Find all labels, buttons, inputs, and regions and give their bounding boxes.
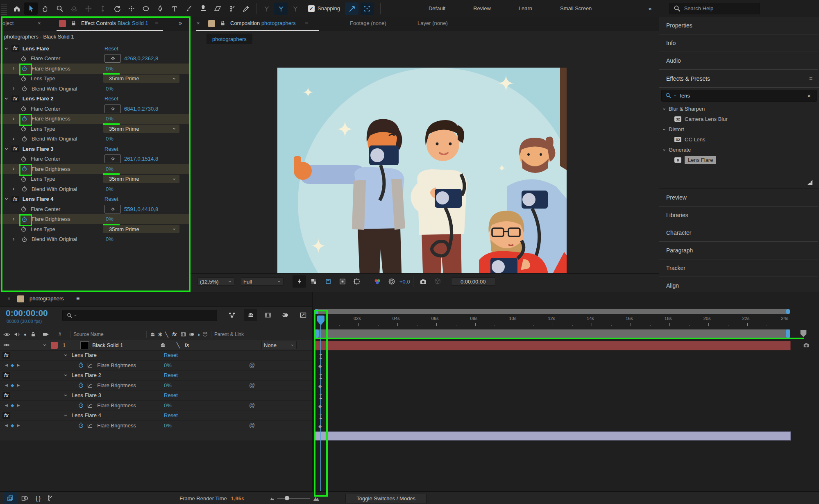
- collapse-chevron-icon[interactable]: [4, 96, 9, 101]
- flare-center-value[interactable]: 6841,0,2730,8: [124, 106, 158, 112]
- snapping-checkbox[interactable]: ✓: [308, 5, 315, 12]
- layer-bar-black-solid[interactable]: [315, 341, 791, 350]
- fx-icon[interactable]: fx: [11, 45, 19, 52]
- timeline-effect-row[interactable]: fxLens FlareReset: [0, 350, 312, 361]
- effects-category-distort[interactable]: Distort: [659, 124, 819, 134]
- effect-group-row[interactable]: fxLens Flare 3Reset: [0, 144, 190, 154]
- type-tool-icon[interactable]: [168, 2, 181, 15]
- lens-type-dropdown[interactable]: 35mm Prime: [103, 175, 179, 183]
- next-keyframe-icon[interactable]: ▶: [17, 403, 20, 407]
- blend-value[interactable]: 0%: [106, 136, 113, 142]
- help-search[interactable]: Search Help: [669, 3, 760, 14]
- stopwatch-icon[interactable]: [20, 75, 27, 82]
- snapping-toggle[interactable]: ✓ Snapping: [308, 5, 340, 12]
- keyframe-diamond-icon[interactable]: ◆: [318, 424, 322, 429]
- next-keyframe-icon[interactable]: ▶: [17, 383, 20, 387]
- layer-tab[interactable]: Layer (none): [417, 20, 448, 26]
- quality-switch-icon[interactable]: ╲: [177, 342, 180, 348]
- flare-center-value[interactable]: 2617,0,1514,8: [124, 156, 158, 162]
- clear-search-icon[interactable]: ×: [807, 92, 811, 99]
- workspace-review[interactable]: Review: [465, 5, 499, 11]
- parent-dropdown[interactable]: None: [261, 341, 297, 349]
- collapse-chevron-icon[interactable]: [64, 393, 68, 397]
- pickwhip-icon[interactable]: @: [249, 382, 255, 388]
- effects-presets-header[interactable]: Effects & Presets ≡: [659, 70, 819, 88]
- add-keyframe-icon[interactable]: ◆: [11, 363, 14, 368]
- timeline-param-row[interactable]: ◀◆▶Flare Brightness0%@: [0, 400, 312, 411]
- local-axis-mode-icon[interactable]: [260, 2, 273, 15]
- stopwatch-icon-active[interactable]: [21, 166, 28, 172]
- shape-tool-icon[interactable]: [139, 2, 152, 15]
- reset-link[interactable]: Reset: [164, 392, 178, 398]
- exposure-value[interactable]: +0,0: [399, 279, 410, 285]
- timeline-search-input[interactable]: [62, 310, 217, 321]
- flare-center-target-button[interactable]: [104, 154, 121, 163]
- live-update-icon[interactable]: [18, 492, 31, 504]
- pen-tool-icon[interactable]: [153, 2, 167, 15]
- snap-bounding-box-icon[interactable]: [361, 2, 374, 15]
- pickwhip-icon[interactable]: @: [249, 402, 255, 409]
- search-options-chevron-icon[interactable]: [673, 94, 677, 98]
- pan-behind-tool-icon[interactable]: [125, 2, 138, 15]
- sidebar-item-preview[interactable]: Preview: [659, 189, 818, 207]
- stopwatch-icon-active[interactable]: [78, 422, 84, 429]
- sidebar-item-paragraph[interactable]: Paragraph: [659, 242, 818, 259]
- expand-chevron-icon[interactable]: [11, 217, 16, 221]
- layer-bar-photographers[interactable]: [315, 431, 791, 440]
- effects-item-lens-flare[interactable]: 8Lens Flare: [659, 155, 819, 165]
- flare-brightness-value[interactable]: 0%: [106, 166, 113, 172]
- add-keyframe-icon[interactable]: ◆: [11, 403, 14, 408]
- fx-icon[interactable]: fx: [11, 145, 19, 152]
- current-timecode[interactable]: 0:00:00:00: [6, 308, 48, 318]
- keyframe-ibeam-icon[interactable]: [318, 393, 324, 400]
- timeline-zoom-slider[interactable]: [277, 498, 310, 499]
- collapse-chevron-icon[interactable]: [64, 373, 68, 377]
- prev-keyframe-icon[interactable]: ◀: [5, 403, 8, 407]
- composition-tab-close-icon[interactable]: ×: [197, 20, 200, 26]
- timeline-effect-row[interactable]: fxLens Flare 4Reset: [0, 411, 312, 421]
- keyframe-ibeam-icon[interactable]: [318, 353, 324, 360]
- timeline-param-row[interactable]: ◀◆▶Flare Brightness0%@: [0, 380, 312, 391]
- footage-tab[interactable]: Footage (none): [350, 20, 386, 26]
- flare-center-target-button[interactable]: [104, 104, 121, 113]
- flare-brightness-value[interactable]: 0%: [106, 116, 113, 122]
- hand-tool-icon[interactable]: [39, 2, 52, 15]
- panel-menu-icon[interactable]: ≡: [155, 20, 158, 26]
- value-graph-icon[interactable]: [87, 422, 93, 429]
- reset-link[interactable]: Reset: [104, 95, 118, 102]
- home-tool-icon[interactable]: [10, 2, 23, 15]
- layer-label-swatch[interactable]: [51, 342, 58, 349]
- view-axis-mode-icon[interactable]: [288, 2, 302, 15]
- collapse-chevron-icon[interactable]: [4, 197, 9, 201]
- zoom-out-mountain-icon[interactable]: [270, 496, 275, 501]
- brush-tool-icon[interactable]: [182, 2, 195, 15]
- param-value[interactable]: 0%: [164, 382, 172, 388]
- reset-link[interactable]: Reset: [164, 372, 178, 378]
- lock-icon[interactable]: [70, 20, 77, 26]
- blend-value[interactable]: 0%: [106, 86, 113, 92]
- keyframe-diamond-icon[interactable]: ◆: [318, 384, 322, 389]
- stopwatch-icon[interactable]: [21, 186, 28, 192]
- effect-group-row[interactable]: fxLens Flare 4Reset: [0, 194, 190, 204]
- reset-link[interactable]: Reset: [104, 45, 118, 52]
- lens-type-dropdown[interactable]: 35mm Prime: [103, 125, 179, 133]
- timeline-tab-close-icon[interactable]: ×: [7, 295, 11, 302]
- composition-viewer[interactable]: [190, 45, 659, 273]
- stopwatch-icon[interactable]: [21, 236, 28, 243]
- stopwatch-icon-active[interactable]: [78, 362, 84, 368]
- channels-icon[interactable]: [370, 275, 384, 288]
- prev-keyframe-icon[interactable]: ◀: [5, 363, 8, 367]
- stopwatch-icon-active[interactable]: [78, 402, 84, 409]
- snap-along-edges-icon[interactable]: [345, 2, 358, 15]
- stopwatch-icon[interactable]: [20, 105, 27, 112]
- source-name-column-header[interactable]: Source Name: [73, 331, 103, 337]
- keyframe-ibeam-icon[interactable]: [318, 413, 324, 420]
- flare-brightness-value[interactable]: 0%: [106, 216, 113, 222]
- effects-item-camera-lens-blur[interactable]: 32Camera Lens Blur: [659, 114, 819, 124]
- timeline-effect-row[interactable]: fxLens Flare 2Reset: [0, 370, 312, 381]
- next-keyframe-icon[interactable]: ▶: [17, 423, 20, 427]
- composition-mini-flowchart-icon[interactable]: [225, 309, 238, 321]
- flare-brightness-value[interactable]: 0%: [106, 66, 113, 72]
- eraser-tool-icon[interactable]: [211, 2, 224, 15]
- guides-icon[interactable]: [336, 275, 349, 288]
